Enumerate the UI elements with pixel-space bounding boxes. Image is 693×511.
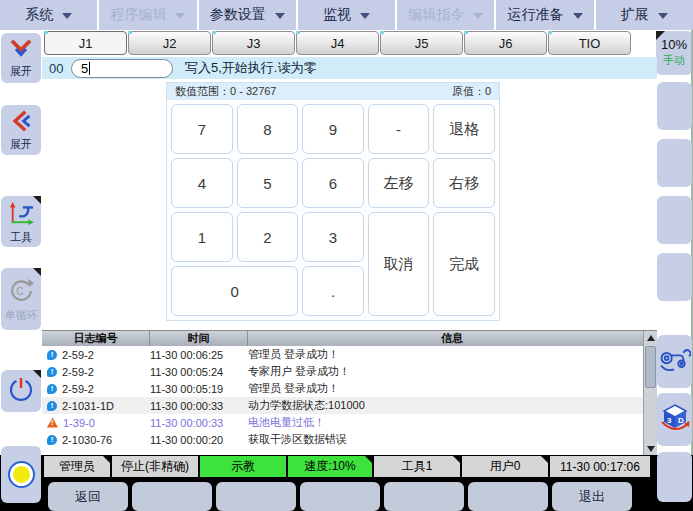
key-1[interactable]: 1 [171, 212, 233, 262]
log-row-clipped [42, 448, 657, 455]
key-shift-left[interactable]: 左移 [368, 158, 430, 208]
log-row[interactable]: 1-39-0 11-30 00:00:33 电池电量过低！ [42, 414, 657, 431]
rail-blank-button[interactable] [657, 452, 692, 502]
tab-j2[interactable]: J2 [128, 31, 211, 55]
warning-icon [47, 418, 58, 428]
key-done[interactable]: 完成 [433, 212, 495, 316]
status-run-state: 停止(非精确) [112, 456, 198, 477]
log-row[interactable]: 2-1030-76 11-30 00:00:20 获取干涉区数据错误 [42, 431, 657, 448]
menu-label: 编辑指令 [408, 6, 464, 24]
log-row[interactable]: 2-59-2 11-30 00:06:25 管理员 登录成功！ [42, 346, 657, 363]
expand-left-button[interactable]: 展开 [1, 105, 41, 155]
power-icon [8, 376, 34, 406]
threed-view-icon: 3D [659, 403, 691, 437]
tab-j1[interactable]: J1 [44, 31, 127, 55]
menu-label: 运行准备 [508, 6, 564, 24]
menu-label: 程序编辑 [110, 6, 166, 24]
log-row[interactable]: 2-1031-1D 11-30 00:00:33 动力学数据状态:101000 [42, 397, 657, 414]
rail-blank-button[interactable] [657, 82, 692, 130]
chevron-down-icon [573, 13, 583, 19]
log-row[interactable]: 2-59-2 11-30 00:05:19 管理员 登录成功！ [42, 380, 657, 397]
jog-speed-button[interactable]: 10% 手动 [656, 31, 692, 75]
log-scrollbar[interactable] [643, 331, 657, 455]
keypad-keys: 7 8 9 - 退格 4 5 6 左移 右移 1 2 3 取消 完成 0 . [167, 100, 499, 320]
chevron-down-icon [62, 13, 72, 19]
power-button[interactable] [1, 370, 41, 412]
status-speed[interactable]: 速度:10% [288, 456, 372, 477]
menu-parameter-settings[interactable]: 参数设置 [199, 0, 296, 30]
tab-j6[interactable]: J6 [464, 31, 547, 55]
tool-coordinate-button[interactable]: 工具 [1, 196, 41, 247]
menu-system[interactable]: 系统 [0, 0, 97, 30]
key-4[interactable]: 4 [171, 158, 233, 208]
bottom-blank-button[interactable] [132, 482, 212, 511]
status-user[interactable]: 管理员 [44, 456, 110, 477]
bottom-blank-button[interactable] [300, 482, 380, 511]
log-code: 1-39-0 [63, 417, 95, 429]
log-message: 管理员 登录成功！ [248, 381, 657, 396]
threed-view-button[interactable]: 3D [657, 393, 692, 446]
servo-status-button[interactable] [1, 446, 41, 503]
chevron-down-icon [175, 13, 185, 19]
log-code: 2-1030-76 [62, 434, 112, 446]
key-8[interactable]: 8 [237, 104, 299, 154]
key-9[interactable]: 9 [302, 104, 364, 154]
tool-label: 工具 [10, 231, 32, 243]
menu-extension[interactable]: 扩展 [596, 0, 693, 30]
back-button[interactable]: 返回 [48, 482, 128, 511]
status-tool[interactable]: 工具1 [374, 456, 460, 477]
status-bar: 管理员 停止(非精确) 示教 速度:10% 工具1 用户0 11-30 00:1… [0, 455, 693, 478]
key-shift-right[interactable]: 右移 [433, 158, 495, 208]
expand-down-label: 展开 [10, 65, 32, 77]
line-number: 00 [49, 61, 70, 76]
log-time: 11-30 00:05:19 [150, 383, 248, 395]
drag-teach-button[interactable] [657, 335, 692, 388]
key-backspace[interactable]: 退格 [433, 104, 495, 154]
key-cancel[interactable]: 取消 [368, 212, 430, 316]
scroll-down-icon[interactable] [647, 446, 655, 452]
key-minus[interactable]: - [368, 104, 430, 154]
bottom-blank-button[interactable] [216, 482, 296, 511]
log-row[interactable]: 2-59-2 11-30 00:05:24 专家用户 登录成功！ [42, 363, 657, 380]
key-7[interactable]: 7 [171, 104, 233, 154]
bottom-blank-button[interactable] [384, 482, 464, 511]
menu-program-edit: 程序编辑 [99, 0, 196, 30]
log-time: 11-30 00:00:33 [150, 417, 248, 429]
info-icon [47, 435, 57, 445]
log-header-time: 时间 [150, 331, 248, 346]
expand-down-button[interactable]: 展开 [1, 33, 41, 83]
value-input[interactable]: 5 [71, 59, 173, 78]
log-time: 11-30 00:06:25 [150, 349, 248, 361]
exit-button[interactable]: 退出 [552, 482, 632, 511]
scrollbar-thumb[interactable] [645, 346, 656, 388]
key-dot[interactable]: . [302, 266, 364, 316]
bottom-blank-button[interactable] [468, 482, 548, 511]
tab-tio[interactable]: TIO [548, 31, 631, 55]
key-2[interactable]: 2 [237, 212, 299, 262]
bottom-bar: 返回 退出 [0, 478, 693, 511]
rail-blank-button[interactable] [657, 196, 692, 244]
chevron-down-icon [275, 13, 285, 19]
tab-j3[interactable]: J3 [212, 31, 295, 55]
original-value-label: 原值：0 [452, 84, 491, 99]
jog-mode-label: 手动 [656, 53, 692, 68]
rail-blank-button[interactable] [657, 139, 692, 187]
log-message: 管理员 登录成功！ [248, 347, 657, 362]
expand-left-label: 展开 [10, 138, 32, 150]
key-5[interactable]: 5 [237, 158, 299, 208]
rail-blank-button[interactable] [657, 253, 692, 301]
numeric-keypad: 数值范围：0 - 32767 原值：0 7 8 9 - 退格 4 5 6 左移 … [166, 82, 500, 321]
menu-monitor[interactable]: 监视 [298, 0, 395, 30]
key-3[interactable]: 3 [302, 212, 364, 262]
key-6[interactable]: 6 [302, 158, 364, 208]
entry-hint-message: 写入5,开始执行.读为零 [185, 59, 316, 77]
menu-run-prepare[interactable]: 运行准备 [496, 0, 593, 30]
status-user-frame[interactable]: 用户0 [462, 456, 548, 477]
log-time: 11-30 00:00:33 [150, 400, 248, 412]
tab-j4[interactable]: J4 [296, 31, 379, 55]
menu-label: 扩展 [621, 6, 649, 24]
scroll-up-icon[interactable] [647, 335, 655, 341]
drag-teach-icon [659, 347, 691, 377]
key-0[interactable]: 0 [171, 266, 298, 316]
tab-j5[interactable]: J5 [380, 31, 463, 55]
